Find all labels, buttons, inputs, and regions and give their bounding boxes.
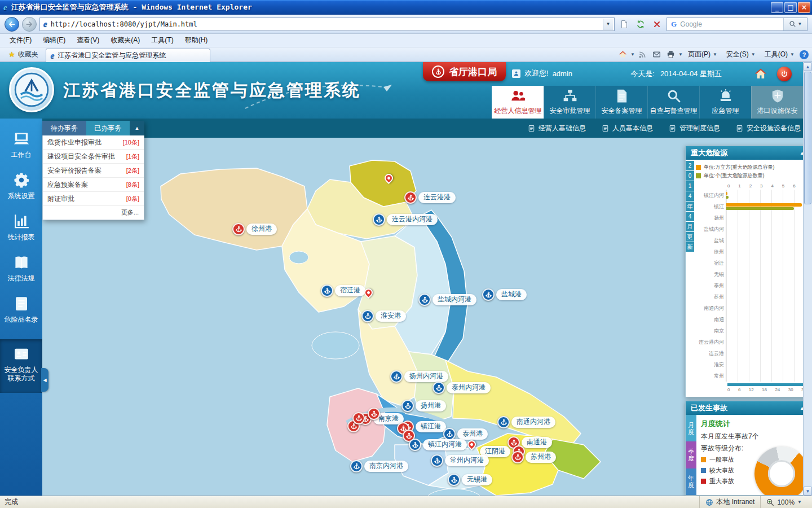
period-tab[interactable]: 季度	[686, 441, 696, 468]
page-scrollbar[interactable]: ▲ ▼	[803, 62, 812, 496]
safety-menu-button[interactable]: 安全(S)▼	[722, 50, 760, 59]
port-label: 淮安港	[376, 310, 406, 322]
tools-menu-button[interactable]: 工具(O)▼	[761, 50, 798, 59]
menu-item[interactable]: 编辑(E)	[38, 34, 70, 46]
sidebar-item-workbench[interactable]: 工作台	[0, 124, 42, 165]
search-button[interactable]: ▼	[783, 18, 807, 30]
menu-item[interactable]: 文件(F)	[5, 34, 37, 46]
danger-chart-row: 盐城内河	[696, 224, 806, 235]
browser-tab[interactable]: e 江苏省港口安全监管与应急管理系统	[46, 49, 210, 62]
maximize-button[interactable]: □	[784, 2, 797, 13]
subnav-item[interactable]: 经营人基础信息	[528, 124, 586, 133]
print-caret[interactable]: ▼	[678, 52, 683, 57]
menu-item[interactable]: 帮助(H)	[180, 34, 213, 46]
compatibility-button[interactable]	[617, 17, 631, 31]
todo-panel: 待办事务已办事务▲ 危货作业申报审批[10条]建设项目安全条件审批[1条]安全评…	[42, 121, 144, 220]
favorites-button[interactable]: ★ 收藏夹	[3, 49, 43, 61]
port-marker[interactable]	[433, 382, 445, 394]
search-input[interactable]: G Google ▼	[667, 17, 807, 31]
scroll-down-button[interactable]: ▼	[804, 487, 812, 496]
subnav-item[interactable]: 安全设施设备信息	[736, 124, 801, 133]
port-marker[interactable]	[418, 294, 431, 306]
nav-tab[interactable]: 自查与督查管理	[647, 86, 699, 119]
sidebar-collapse-handle[interactable]: ◀	[41, 368, 48, 392]
subdoc-icon	[528, 125, 535, 132]
back-button[interactable]	[5, 17, 19, 32]
zoom-control[interactable]: 100% ▼	[760, 496, 807, 508]
address-input[interactable]: e http://localhost:8080/yjpt/Main.html ▼	[39, 17, 615, 31]
minimize-button[interactable]: _	[771, 2, 783, 13]
logout-button[interactable]	[777, 67, 792, 81]
port-marker[interactable]	[390, 370, 403, 383]
port-marker[interactable]	[409, 439, 421, 451]
port-marker[interactable]	[431, 454, 443, 467]
todo-collapse-button[interactable]: ▲	[130, 121, 144, 135]
port-marker[interactable]	[448, 474, 460, 486]
period-tab[interactable]: 年度	[686, 468, 696, 495]
nav-tab[interactable]: 应急管理	[699, 86, 751, 119]
todo-more-link[interactable]: 更多...	[43, 206, 144, 220]
feed-button[interactable]	[636, 49, 649, 61]
todo-row[interactable]: 建设项目安全条件审批[1条]	[43, 150, 144, 164]
port-marker[interactable]	[350, 460, 363, 472]
port-marker[interactable]	[352, 412, 365, 424]
sidebar-item-hazmat-list[interactable]: 危险品名录	[0, 289, 42, 330]
printer-icon	[667, 50, 675, 59]
port-marker[interactable]	[373, 213, 385, 226]
port-label: 连云港港	[418, 192, 456, 203]
nav-tab[interactable]: 安全备案管理	[595, 86, 647, 119]
sidebar-item-laws-regulations[interactable]: 法律法规	[0, 248, 42, 289]
window-titlebar: e 江苏省港口安全监管与应急管理系统 - Windows Internet Ex…	[0, 0, 812, 15]
sidebar-item-system-settings[interactable]: 系统设置	[0, 165, 42, 207]
danger-category-label: 镇江内河	[696, 192, 726, 199]
forward-button[interactable]	[22, 17, 37, 32]
close-button[interactable]: ×	[798, 2, 810, 13]
danger-chart-row: 连云港	[696, 348, 806, 359]
nav-tab[interactable]: 安全审批管理	[544, 86, 595, 119]
subnav-item[interactable]: 管理制度信息	[669, 124, 720, 133]
chart-icon	[13, 213, 30, 230]
port-marker[interactable]	[361, 310, 374, 322]
address-dropdown-button[interactable]: ▼	[603, 19, 613, 30]
port-marker[interactable]	[368, 408, 380, 420]
port-marker[interactable]	[443, 428, 456, 440]
scroll-up-button[interactable]: ▲	[804, 62, 812, 71]
port-marker[interactable]	[511, 451, 524, 463]
menu-item[interactable]: 工具(T)	[146, 34, 178, 46]
todo-row[interactable]: 应急预案备案[8条]	[43, 178, 144, 192]
port-marker[interactable]	[232, 223, 245, 235]
port-marker[interactable]	[497, 416, 510, 428]
date-value: 2014-04-04 星期五	[660, 69, 722, 79]
menu-bar: 文件(F)编辑(E)查看(V)收藏夹(A)工具(T)帮助(H)	[0, 34, 812, 47]
port-marker[interactable]	[482, 288, 495, 301]
print-button[interactable]	[664, 49, 677, 61]
menu-item[interactable]: 收藏夹(A)	[105, 34, 145, 46]
nav-tab[interactable]: 经营人信息管理	[492, 86, 544, 119]
home-shortcut-button[interactable]	[752, 67, 769, 81]
home-caret[interactable]: ▼	[630, 52, 635, 57]
todo-row[interactable]: 危货作业申报审批[10条]	[43, 135, 144, 150]
nav-tab-label: 港口设施保安	[757, 106, 798, 116]
nav-tab-label: 安全审批管理	[550, 106, 590, 116]
subnav-item[interactable]: 人员基本信息	[602, 124, 653, 133]
mail-button[interactable]	[650, 49, 663, 61]
period-tab[interactable]: 月度	[686, 415, 696, 441]
nav-tab[interactable]: 港口设施保安	[751, 86, 803, 119]
refresh-button[interactable]	[634, 17, 647, 31]
port-marker[interactable]	[404, 191, 417, 204]
port-marker[interactable]	[401, 400, 414, 412]
danger-chart-row: 扬州	[696, 212, 806, 224]
todo-row[interactable]: 附证审批[0条]	[43, 192, 144, 206]
stop-button[interactable]	[650, 17, 664, 31]
help-button[interactable]: ?	[800, 50, 809, 59]
todo-tab[interactable]: 待办事务	[42, 121, 86, 135]
sidebar-item-safety-contacts[interactable]: 安全负责人联系方式	[0, 339, 42, 393]
scroll-thumb[interactable]	[804, 72, 811, 204]
menu-item[interactable]: 查看(V)	[72, 34, 104, 46]
todo-tab[interactable]: 已办事务	[86, 121, 130, 135]
page-menu-button[interactable]: 页面(P)▼	[684, 50, 721, 59]
todo-row[interactable]: 安全评价报告备案[2条]	[43, 164, 144, 178]
port-marker[interactable]	[321, 284, 333, 297]
home-toolbar-button[interactable]	[616, 49, 629, 61]
sidebar-item-statistic-reports[interactable]: 统计报表	[0, 207, 42, 248]
